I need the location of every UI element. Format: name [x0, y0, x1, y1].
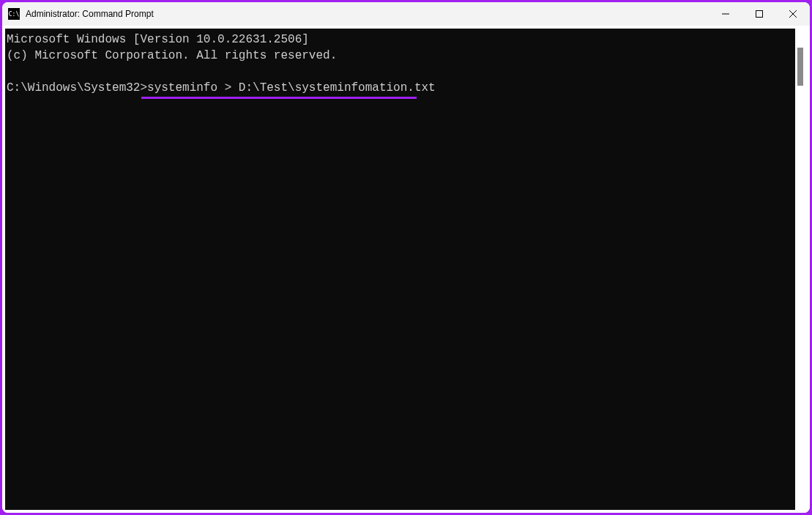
console-line: Microsoft Windows [Version 10.0.22631.25… — [7, 33, 309, 46]
prompt-path: C:\Windows\System32> — [7, 81, 147, 95]
minimize-button[interactable] — [709, 2, 742, 26]
vertical-scrollbar[interactable] — [795, 29, 805, 510]
close-button[interactable] — [776, 2, 810, 26]
window-title: Administrator: Command Prompt — [26, 9, 709, 19]
command-prompt-window: C:\ Administrator: Command Prompt Micros… — [2, 2, 810, 513]
titlebar[interactable]: C:\ Administrator: Command Prompt — [2, 2, 810, 26]
maximize-button[interactable] — [742, 2, 776, 26]
svg-rect-1 — [756, 11, 763, 18]
window-controls — [709, 2, 810, 26]
cmd-icon: C:\ — [8, 8, 20, 20]
command-highlight-underline — [141, 97, 417, 99]
minimize-icon — [722, 10, 729, 18]
typed-command: systeminfo > D:\Test\systeminfomation.tx… — [147, 81, 436, 95]
close-icon — [789, 10, 797, 18]
scrollbar-thumb[interactable] — [797, 48, 803, 86]
console-output[interactable]: Microsoft Windows [Version 10.0.22631.25… — [5, 29, 795, 510]
console-line: (c) Microsoft Corporation. All rights re… — [7, 49, 337, 62]
prompt-line: C:\Windows\System32>systeminfo > D:\Test… — [7, 80, 436, 96]
client-area: Microsoft Windows [Version 10.0.22631.25… — [2, 26, 810, 513]
maximize-icon — [756, 10, 763, 18]
